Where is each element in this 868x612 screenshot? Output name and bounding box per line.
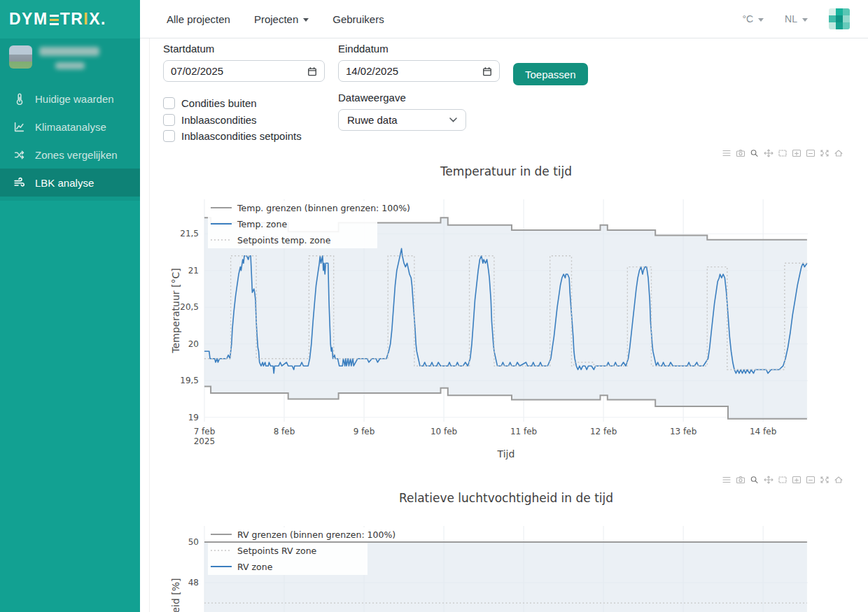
zoom-out-icon[interactable] (805, 148, 816, 158)
logo-part: TR (60, 10, 84, 29)
checkbox-row-inblaascondities[interactable]: Inblaascondities (163, 112, 302, 129)
project-thumbnail (9, 45, 32, 69)
humidity-chart: RV grenzen (binnen grenzen: 100%)Setpoin… (149, 470, 868, 612)
toepassen-button[interactable]: Toepassen (513, 63, 588, 85)
svg-text:Setpoints RV zone: Setpoints RV zone (237, 546, 317, 556)
x-tick-label: 13 feb (670, 427, 696, 436)
unit-dropdown[interactable]: °C (742, 13, 764, 24)
checkbox[interactable] (163, 130, 175, 142)
startdatum-label: Startdatum (163, 43, 325, 55)
avatar-pixel (836, 8, 843, 15)
avatar-pixel (836, 15, 843, 22)
sidebar-item-zones-vergelijken[interactable]: Zones vergelijken (0, 141, 140, 169)
nav-projecten[interactable]: Projecten (254, 13, 309, 25)
checkbox-label: Inblaascondities setpoints (181, 130, 302, 142)
svg-text:RV grenzen (binnen grenzen: 10: RV grenzen (binnen grenzen: 100%) (237, 529, 396, 540)
sidebar-item-label: Klimaatanalyse (35, 121, 106, 133)
chart-title: Temperatuur in de tijd (440, 164, 572, 178)
plotly-modebar (721, 475, 844, 485)
dataweergave-select[interactable]: Ruwe data (338, 109, 466, 131)
language-dropdown[interactable]: NL (785, 13, 808, 24)
startdatum-value: 07/02/2025 (171, 65, 223, 77)
camera-icon[interactable] (735, 475, 746, 485)
nav-gebruikers[interactable]: Gebruikers (332, 13, 384, 25)
chevron-down-icon (802, 18, 808, 22)
sidebar-item-klimaatanalyse[interactable]: Klimaatanalyse (0, 113, 140, 141)
page: { "app": { "logo_parts": [{"t":"DYM"},{"… (0, 0, 868, 612)
legend-item-rv-grenzen-binnen-grenzen-100-[interactable]: RV grenzen (binnen grenzen: 100%) (211, 529, 396, 540)
sidebar-item-label: Huidige waarden (35, 93, 114, 105)
calendar-icon[interactable] (482, 66, 492, 76)
autoscale-icon[interactable] (819, 148, 830, 158)
einddatum-input[interactable]: 14/02/2025 (338, 60, 500, 82)
svg-text:Temp. grenzen (binnen grenzen:: Temp. grenzen (binnen grenzen: 100%) (237, 203, 410, 213)
checkbox[interactable] (163, 97, 175, 109)
wind-icon (13, 177, 25, 189)
sidebar-item-lbk-analyse[interactable]: LBK analyse (0, 169, 140, 197)
y-axis-title: Relatieve luchtvochtigheid [%] (170, 578, 181, 612)
checkbox-row-inblaascondities-setpoints[interactable]: Inblaascondities setpoints (163, 128, 302, 145)
dymetrix-logo[interactable]: DYMTRIX. (0, 0, 140, 38)
einddatum-group: Einddatum 14/02/2025 (338, 43, 500, 82)
y-tick-label: 48 (188, 578, 199, 588)
checkbox-row-condities-buiten[interactable]: Condities buiten (163, 95, 302, 112)
avatar-pixel (829, 8, 836, 15)
avatar-pixel (843, 8, 850, 15)
camera-icon[interactable] (735, 148, 746, 158)
home-icon[interactable] (833, 148, 844, 158)
svg-text:Temp. zone: Temp. zone (237, 219, 287, 229)
startdatum-group: Startdatum 07/02/2025 (163, 43, 325, 82)
sidebar-item-label: Zones vergelijken (35, 149, 118, 161)
checkbox-label: Inblaascondities (181, 114, 257, 126)
temperature-chart: Temp. grenzen (binnen grenzen: 100%)Temp… (149, 143, 868, 465)
legend-item-temp-grenzen-binnen-grenzen-100-[interactable]: Temp. grenzen (binnen grenzen: 100%) (211, 203, 410, 213)
logo-part: X. (89, 10, 106, 29)
checkbox[interactable] (163, 114, 175, 126)
y-tick-label: 19,5 (180, 376, 199, 385)
calendar-icon[interactable] (307, 66, 317, 76)
svg-text:RV zone: RV zone (237, 562, 273, 572)
sidebar-item-huidige-waarden[interactable]: Huidige waarden (0, 85, 140, 113)
avatar-pixel (829, 22, 836, 29)
project-name-redacted (39, 47, 99, 56)
y-tick-label: 50 (188, 537, 199, 547)
unit-label: °C (742, 13, 753, 24)
nav-alle-projecten[interactable]: Alle projecten (167, 13, 230, 25)
plotly-modebar (721, 148, 844, 158)
nav-link-label: Projecten (254, 13, 298, 25)
zoom-in-icon[interactable] (791, 148, 802, 158)
zoom-in-icon[interactable] (791, 475, 802, 485)
topbar: Alle projectenProjectenGebruikers °C NL (140, 0, 868, 38)
avatar-pixel (829, 15, 836, 22)
home-icon[interactable] (833, 475, 844, 485)
chart-plot-area[interactable]: Temp. grenzen (binnen grenzen: 100%)Temp… (149, 143, 868, 465)
menu-lines-icon[interactable] (721, 475, 732, 485)
project-subtitle-redacted (55, 62, 85, 69)
x-axis-title: Tijd (497, 448, 515, 460)
chart-plot-area[interactable]: RV grenzen (binnen grenzen: 100%)Setpoin… (149, 470, 868, 612)
chevron-down-icon (449, 118, 457, 122)
line-chart-icon (13, 121, 25, 133)
y-tick-label: 20 (188, 339, 199, 349)
project-selector[interactable] (0, 38, 140, 85)
startdatum-input[interactable]: 07/02/2025 (163, 60, 325, 82)
logo-part: DYM (9, 10, 48, 29)
zoom-icon[interactable] (749, 475, 760, 485)
box-select-icon[interactable] (777, 148, 788, 158)
logo-e-bars (50, 14, 59, 25)
x-tick-label: 9 feb (354, 427, 375, 436)
pan-icon[interactable] (763, 148, 774, 158)
checkbox-label: Condities buiten (181, 97, 257, 109)
zoom-out-icon[interactable] (805, 475, 816, 485)
nav-link-label: Alle projecten (167, 13, 230, 25)
y-tick-label: 21 (188, 266, 199, 276)
chevron-down-icon (758, 18, 764, 22)
y-tick-label: 19 (188, 413, 199, 422)
box-select-icon[interactable] (777, 475, 788, 485)
pan-icon[interactable] (763, 475, 774, 485)
user-avatar[interactable] (829, 8, 850, 29)
nav-link-label: Gebruikers (332, 13, 384, 25)
autoscale-icon[interactable] (819, 475, 830, 485)
menu-lines-icon[interactable] (721, 148, 732, 158)
zoom-icon[interactable] (749, 148, 760, 158)
